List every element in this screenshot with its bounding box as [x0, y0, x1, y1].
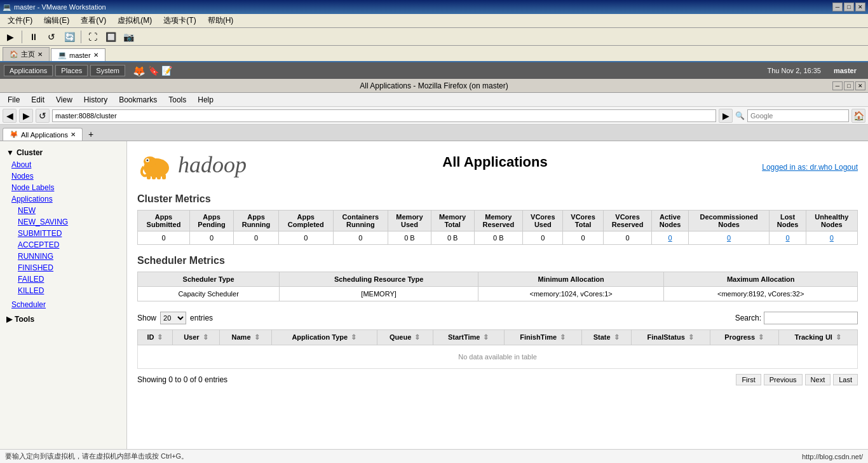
page-first-button[interactable]: First [736, 374, 761, 385]
show-select[interactable]: 20 50 100 [160, 312, 186, 324]
page-prev-button[interactable]: Previous [764, 374, 803, 385]
firefox-titlebar: All Applications - Mozilla Firefox (on m… [0, 79, 868, 93]
nav-forward-button[interactable]: ▶ [19, 109, 33, 123]
vm-fullscreen-button[interactable]: ⛶ [85, 30, 100, 44]
scheduler-metrics-table: Scheduler Type Scheduling Resource Type … [137, 272, 858, 301]
ff-tab-allapps-close[interactable]: ✕ [71, 131, 76, 138]
sidebar-link-nodes[interactable]: Nodes [3, 170, 124, 182]
tab-master[interactable]: 💻 master ✕ [51, 48, 105, 61]
sidebar-link-submitted[interactable]: SUBMITTED [9, 228, 124, 239]
ff-maximize-button[interactable]: □ [844, 81, 854, 90]
tab-master-close[interactable]: ✕ [93, 52, 98, 59]
linux-applications[interactable]: Applications [4, 65, 53, 76]
col-vcores-reserved: VCoresReserved [603, 211, 652, 232]
page-last-button[interactable]: Last [833, 374, 858, 385]
logout-link[interactable]: Logged in as: dr.who Logout [762, 163, 858, 172]
nav-go-button[interactable]: ▶ [719, 109, 733, 123]
sidebar-link-killed[interactable]: KILLED [9, 285, 124, 296]
sched-val-min: <memory:1024, vCores:1> [478, 287, 663, 301]
nav-bar: ◀ ▶ ↺ ▶ 🔍 🏠 [0, 107, 868, 125]
col-unhealthy-nodes: UnhealthyNodes [806, 211, 857, 232]
sidebar-link-accepted[interactable]: ACCEPTED [9, 239, 124, 251]
menu-edit[interactable]: 编辑(E) [39, 14, 74, 27]
firefox-window-title: All Applications - Mozilla Firefox (on m… [360, 81, 508, 90]
sidebar-tools-toggle[interactable]: ▶ Tools [3, 313, 124, 326]
ff-menu-view[interactable]: View [51, 94, 78, 106]
val-apps-pending: 0 [189, 232, 233, 245]
ff-menu-edit[interactable]: Edit [26, 94, 50, 106]
th-name[interactable]: Name ⇕ [220, 330, 272, 345]
metrics-header-row: AppsSubmitted AppsPending AppsRunning Ap… [138, 211, 858, 232]
table-search-input[interactable] [764, 312, 858, 324]
val-memory-reserved: 0 B [474, 232, 523, 245]
tab-home[interactable]: 🏠 主页 ✕ [3, 47, 50, 61]
th-state[interactable]: State ⇕ [581, 330, 631, 345]
sidebar-link-new[interactable]: NEW [9, 205, 124, 216]
menu-tab[interactable]: 选项卡(T) [158, 14, 201, 27]
vm-restart-button[interactable]: ↺ [44, 30, 59, 44]
ff-menu-help[interactable]: Help [193, 94, 219, 106]
sidebar-link-failed[interactable]: FAILED [9, 273, 124, 285]
linux-places[interactable]: Places [55, 65, 88, 76]
cluster-metrics-title: Cluster Metrics [137, 193, 858, 205]
maximize-button[interactable]: □ [844, 3, 854, 11]
minimize-button[interactable]: ─ [832, 3, 843, 11]
tab-home-close[interactable]: ✕ [37, 51, 43, 58]
th-finalstatus[interactable]: FinalStatus ⇕ [631, 330, 710, 345]
vm-unity-button[interactable]: 🔲 [103, 30, 118, 44]
menu-view[interactable]: 查看(V) [76, 14, 111, 27]
val-active-nodes[interactable]: 0 [652, 232, 688, 245]
entries-label: entries [190, 314, 213, 322]
nav-back-button[interactable]: ◀ [3, 109, 17, 123]
sidebar-link-scheduler[interactable]: Scheduler [3, 299, 124, 310]
nav-reload-button[interactable]: ↺ [36, 109, 50, 123]
close-button[interactable]: ✕ [855, 3, 865, 11]
val-vcores-reserved: 0 [603, 232, 652, 245]
th-finishtime[interactable]: FinishTime ⇕ [504, 330, 581, 345]
vm-suspend-button[interactable]: ⏸ [26, 30, 41, 44]
linux-system[interactable]: System [90, 65, 125, 76]
showing-text: Showing 0 to 0 of 0 entries [137, 375, 227, 384]
sidebar-link-new-saving[interactable]: NEW_SAVING [9, 216, 124, 228]
th-queue[interactable]: Queue ⇕ [377, 330, 433, 345]
th-starttime[interactable]: StartTime ⇕ [433, 330, 504, 345]
search-input[interactable] [747, 109, 849, 122]
val-decommissioned-nodes[interactable]: 0 [688, 232, 770, 245]
ff-close-button[interactable]: ✕ [855, 81, 865, 90]
th-user[interactable]: User ⇕ [172, 330, 219, 345]
th-tracking[interactable]: Tracking UI ⇕ [778, 330, 857, 345]
col-apps-completed: AppsCompleted [278, 211, 333, 232]
sidebar-cluster-toggle[interactable]: ▼ Cluster [3, 146, 124, 159]
val-unhealthy-nodes[interactable]: 0 [806, 232, 857, 245]
menu-file[interactable]: 文件(F) [3, 14, 37, 27]
toolbar-sep-2 [81, 31, 81, 43]
sort-tracking-icon: ⇕ [836, 333, 841, 341]
ff-menu-file[interactable]: File [3, 94, 25, 106]
vm-power-button[interactable]: ▶ [3, 30, 18, 44]
menu-vm[interactable]: 虚拟机(M) [112, 14, 157, 27]
ff-tab-allapps[interactable]: 🦊 All Applications ✕ [3, 128, 83, 141]
sidebar-link-nodelabels[interactable]: Node Labels [3, 182, 124, 193]
ff-menu-history[interactable]: History [79, 94, 112, 106]
ff-tab-add-button[interactable]: + [84, 128, 98, 141]
vm-snapshot-button[interactable]: 📷 [121, 30, 136, 44]
page-next-button[interactable]: Next [805, 374, 831, 385]
nav-home-button[interactable]: 🏠 [851, 109, 865, 123]
ff-menu-bookmarks[interactable]: Bookmarks [114, 94, 162, 106]
url-bar[interactable] [52, 109, 716, 122]
th-app-type[interactable]: Application Type ⇕ [272, 330, 377, 345]
th-id[interactable]: ID ⇕ [138, 330, 173, 345]
val-lost-nodes[interactable]: 0 [770, 232, 806, 245]
vm-refresh-button[interactable]: 🔄 [62, 30, 77, 44]
linux-bookmark-icon: 🔖 [148, 66, 159, 76]
sched-data-row: Capacity Scheduler [MEMORY] <memory:1024… [138, 287, 858, 301]
sidebar-link-finished[interactable]: FINISHED [9, 262, 124, 273]
menu-help[interactable]: 帮助(H) [203, 14, 239, 27]
sidebar-link-applications[interactable]: Applications [3, 193, 124, 205]
ff-menu-tools[interactable]: Tools [163, 94, 191, 106]
ff-minimize-button[interactable]: ─ [832, 81, 843, 90]
sidebar-link-running[interactable]: RUNNING [9, 251, 124, 262]
th-progress[interactable]: Progress ⇕ [710, 330, 778, 345]
search-label: Search: [735, 314, 761, 322]
sidebar-link-about[interactable]: About [3, 159, 124, 170]
